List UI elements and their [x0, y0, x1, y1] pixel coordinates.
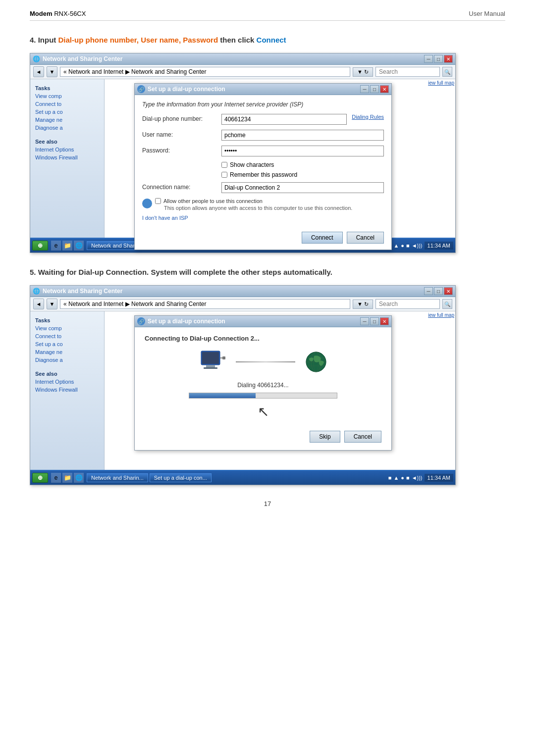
browser-icon2[interactable]: 🌐 [74, 473, 84, 483]
refresh-arrow-button[interactable]: ▼ ↻ [353, 67, 373, 77]
header-right: User Manual [469, 10, 505, 17]
connecting-maximize-button[interactable]: □ [370, 317, 379, 325]
minimize-button[interactable]: ─ [424, 55, 433, 63]
computer-svg [199, 350, 226, 374]
titlebar2-left: 🌐 Network and Sharing Center [33, 288, 122, 295]
remember-password-label: Remember this password [230, 171, 297, 178]
start-button2[interactable]: ⊕ [32, 473, 48, 483]
start-button1[interactable]: ⊕ [32, 241, 48, 251]
phone-input[interactable] [221, 114, 347, 125]
dropdown-button[interactable]: ▼ [47, 66, 57, 77]
allow-others-label: Allow other people to use this connectio… [163, 198, 263, 204]
globe-icon [305, 351, 327, 373]
no-isp-link[interactable]: I don't have an ISP [142, 215, 384, 221]
isp-header-text: Type the information from your Internet … [142, 101, 384, 108]
dialing-rules-link[interactable]: Dialing Rules [352, 114, 384, 120]
sidebar-see-also1: See also Internet Options Windows Firewa… [30, 137, 104, 161]
see-also-label1: See also [30, 137, 104, 146]
sidebar-link-setup[interactable]: Set up a co [30, 108, 104, 116]
search-input1[interactable] [375, 67, 440, 77]
taskbar-tray2: ■ ▲ ● ■ ◄))) 11:34 AM [388, 474, 453, 482]
sidebar-link-viewcomp[interactable]: View comp [30, 92, 104, 100]
connecting-dialog2-title-text: Set up a dial-up connection [148, 318, 225, 325]
connecting-dialog2-titlebar: 🔗 Set up a dial-up connection ─ □ ✕ [135, 316, 391, 327]
internet-options-link2[interactable]: Internet Options [30, 378, 104, 386]
back-button2[interactable]: ◄ [33, 299, 44, 309]
cancel-button2[interactable]: Cancel [344, 431, 381, 443]
maximize-button2[interactable]: □ [434, 287, 443, 295]
ie-icon2[interactable]: e [51, 473, 61, 483]
sidebar2-link-connect[interactable]: Connect to [30, 332, 104, 340]
connecting-dialog2-controls: ─ □ ✕ [360, 317, 389, 325]
progress-bar-fill [189, 393, 256, 398]
skip-button[interactable]: Skip [310, 431, 340, 443]
show-characters-row: Show characters [221, 161, 384, 168]
sidebar2-link-diagnose[interactable]: Diagnose a [30, 356, 104, 364]
step5-heading: 5. Waiting for Dial-up Connection. Syste… [30, 268, 505, 276]
allow-description-text: This option allows anyone with access to… [164, 205, 384, 211]
password-label: Password: [142, 146, 221, 154]
view-full-map2[interactable]: iew full map [428, 312, 454, 318]
sidebar2-link-manage[interactable]: Manage ne [30, 348, 104, 356]
search-button1[interactable]: 🔍 [442, 67, 452, 77]
tray2-icon1: ■ [388, 475, 392, 481]
folder-icon2[interactable]: 📁 [62, 473, 72, 483]
window1: 🌐 Network and Sharing Center ─ □ ✕ ◄ ▼ «… [30, 53, 456, 253]
windows-firewall-link[interactable]: Windows Firewall [30, 153, 104, 161]
cancel-button1[interactable]: Cancel [347, 232, 384, 244]
network-icon2: 🌐 [33, 288, 40, 295]
search-input2[interactable] [375, 299, 440, 309]
sidebar2-link-viewcomp[interactable]: View comp [30, 324, 104, 332]
search-button2[interactable]: 🔍 [442, 299, 452, 309]
back-button[interactable]: ◄ [33, 66, 44, 77]
username-input[interactable] [221, 130, 384, 141]
cursor-icon: ↖ [145, 403, 381, 420]
show-characters-checkbox[interactable] [221, 162, 227, 168]
view-full-map1[interactable]: iew full map [428, 80, 454, 86]
browser-icon[interactable]: 🌐 [74, 241, 84, 251]
windows-firewall-link2[interactable]: Windows Firewall [30, 386, 104, 394]
connecting-close-button[interactable]: ✕ [380, 317, 389, 325]
sidebar-title2: Tasks [30, 315, 104, 324]
sidebar-link-connect[interactable]: Connect to [30, 100, 104, 108]
address-path1: « Network and Internet ▶ Network and Sha… [60, 67, 350, 77]
minimize-button2[interactable]: ─ [424, 287, 433, 295]
inner-close-button1[interactable]: ✕ [380, 85, 389, 93]
window2: 🌐 Network and Sharing Center ─ □ ✕ ◄ ▼ «… [30, 285, 456, 485]
connection-name-row: Connection name: [142, 182, 384, 193]
connecting-minimize-button[interactable]: ─ [360, 317, 369, 325]
inner-minimize-button1[interactable]: ─ [360, 85, 369, 93]
remember-password-checkbox[interactable] [221, 172, 227, 178]
inner-maximize-button1[interactable]: □ [370, 85, 379, 93]
taskbar2-dialup-item[interactable]: Set up a dial-up con... [150, 473, 212, 482]
sidebar-link-manage[interactable]: Manage ne [30, 116, 104, 124]
inner-dialog1-titlebar: 🔗 Set up a dial-up connection ─ □ ✕ [135, 84, 391, 95]
internet-options-link[interactable]: Internet Options [30, 146, 104, 153]
taskbar-time2: 11:34 AM [425, 474, 453, 482]
sidebar-link-diagnose[interactable]: Diagnose a [30, 124, 104, 132]
maximize-button[interactable]: □ [434, 55, 443, 63]
titlebar1-controls: ─ □ ✕ [424, 55, 453, 63]
refresh-arrow-button2[interactable]: ▼ ↻ [353, 300, 373, 309]
step4-highlight: Dial-up phone number, User name, Passwor… [58, 36, 218, 44]
connect-button[interactable]: Connect [302, 232, 343, 244]
allow-others-checkbox[interactable] [155, 198, 161, 204]
dropdown-button2[interactable]: ▼ [47, 299, 57, 309]
titlebar2: 🌐 Network and Sharing Center ─ □ ✕ [30, 286, 455, 297]
volume-icon2: ◄))) [412, 475, 423, 481]
close-button[interactable]: ✕ [444, 55, 453, 63]
connection-name-input[interactable] [221, 182, 384, 193]
dialing-text: Dialing 40661234... [145, 382, 381, 389]
header-left: Modem RNX-56CX [30, 10, 86, 17]
sidebar2-link-setup[interactable]: Set up a co [30, 340, 104, 348]
connecting-title-text: Connecting to Dial-up Connection 2... [145, 335, 381, 342]
tray2-icon3: ● [401, 475, 404, 481]
close-button2[interactable]: ✕ [444, 287, 453, 295]
svg-rect-2 [206, 365, 215, 367]
titlebar2-text: Network and Sharing Center [43, 288, 122, 295]
taskbar2-network-item[interactable]: Network and Sharin... [87, 473, 148, 482]
ie-icon[interactable]: e [51, 241, 61, 251]
password-input[interactable] [221, 146, 384, 156]
folder-icon[interactable]: 📁 [62, 241, 72, 251]
sidebar1: Tasks View comp Connect to Set up a co M… [30, 79, 105, 238]
